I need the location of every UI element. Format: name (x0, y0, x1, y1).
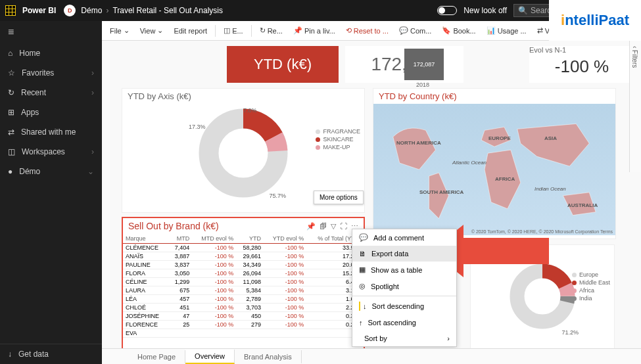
tab-brand-analysis[interactable]: Brand Analysis (235, 350, 302, 363)
legend-item[interactable]: Africa (572, 287, 610, 294)
nav-icon: ⌂ (8, 49, 12, 58)
legend-item[interactable]: Middle East (572, 279, 610, 286)
hamburger-icon[interactable]: ≡ (0, 21, 102, 43)
breadcrumb-workspace[interactable]: Démo (81, 6, 102, 15)
nav-icon: ● (8, 167, 12, 176)
nav-icon: ☆ (8, 68, 15, 78)
map-svg (373, 104, 615, 235)
chevron-icon: › (91, 68, 94, 78)
get-data-icon: ↓ (8, 350, 12, 359)
table-row[interactable]: CHLOÉ451-100 %3,703-100 %2.2 % (123, 304, 364, 312)
tab-home-page[interactable]: Home Page (128, 350, 185, 363)
table-row[interactable]: CÉLINE1,299-100 %11,098-100 %6.4 % (123, 278, 364, 286)
table-row[interactable]: FLORA3,050-100 %26,094-100 %15.2 % (123, 269, 364, 278)
nav-icon: ◫ (8, 147, 15, 156)
sidebar-item-workspaces[interactable]: ◫Workspaces› (0, 142, 102, 162)
app-launcher-icon[interactable] (5, 5, 16, 16)
pin-icon[interactable]: 📌 (306, 222, 316, 231)
sidebar-item-home[interactable]: ⌂Home (0, 43, 102, 63)
table-row[interactable]: ANAÏS3,887-100 %29,661-100 %17.2 % (123, 252, 364, 261)
pin-button[interactable]: 📌 Pin a liv... (289, 24, 339, 37)
sidebar-item-démo[interactable]: ●Démo⌄ (0, 162, 102, 181)
table-row[interactable]: EVA (123, 329, 364, 338)
tab-overview[interactable]: Overview (185, 350, 235, 364)
focus-icon[interactable]: ⛶ (340, 222, 347, 231)
donut-chart-icon (506, 260, 579, 332)
nav-icon: ↻ (8, 88, 14, 97)
context-menu: 💬Add a comment🗎Export data▦Show as a tab… (352, 229, 457, 347)
sidebar-item-apps[interactable]: ⊞Apps (0, 102, 102, 122)
donut-chart-icon (194, 104, 293, 202)
copy-icon[interactable]: 🗐 (320, 222, 327, 231)
report-canvas: YTD (k€) 172,087 172,087 2018 Evol vs N-… (102, 41, 641, 348)
ctx-icon: 🗎 (359, 250, 366, 258)
annotation-arrow (457, 238, 549, 264)
legend-item[interactable]: India (572, 295, 610, 302)
comment-button[interactable]: 💬 Com... (395, 24, 435, 37)
reset-button[interactable]: ⟲ Reset to ... (342, 24, 392, 37)
table-row[interactable]: JOSÉPHINE47-100 %450-100 %0.3 % (123, 312, 364, 321)
ctx-icon: ↑ (359, 319, 363, 327)
new-look-label: New look off (463, 6, 507, 15)
usage-button[interactable]: 📊 Usage ... (483, 24, 531, 37)
nav-icon: ⊞ (8, 108, 14, 117)
table-row[interactable]: PAULINE3,837-100 %34,349-100 %20.0 % (123, 261, 364, 269)
world-map[interactable]: NORTH AMERICA SOUTH AMERICA EUROPE AFRIC… (373, 104, 615, 235)
chevron-right-icon: › (447, 334, 450, 342)
year-label: 2018 (416, 81, 429, 88)
table-row[interactable]: LÉA457-100 %2,789-100 %1.6 % (123, 295, 364, 304)
edit-report-button[interactable]: Edit report (170, 25, 211, 37)
table-row[interactable]: CLÉMENCE7,404-100 %58,280-100 %33.9 % (123, 244, 364, 252)
ytd-by-country-map[interactable]: YTD by Country (k€) NORTH AMERICA SOUTH … (373, 88, 616, 239)
year-mini-card[interactable]: 172,087 (404, 49, 444, 80)
ctx-sort-by[interactable]: Sort by› (352, 330, 456, 346)
explore-button[interactable]: ◫ E... (220, 24, 247, 37)
sidebar-item-shared-with-me[interactable]: ⇄Shared with me (0, 122, 102, 142)
table-row[interactable]: LAURA675-100 %5,384-100 %3.1 % (123, 286, 364, 295)
legend-item[interactable]: MAKE-UP (316, 144, 360, 150)
evol-card: Evol vs N-1 -100 % (529, 46, 634, 83)
ytd-label-card: YTD (k€) (227, 46, 339, 83)
filters-pane-toggle[interactable]: ‹ Filters (629, 41, 641, 172)
new-look-toggle[interactable] (437, 6, 457, 15)
ctx-icon: ▦ (359, 265, 366, 274)
ctx-show-as-a-table[interactable]: ▦Show as a table (352, 262, 456, 278)
refresh-button[interactable]: ↻ Re... (256, 24, 287, 37)
view-menu[interactable]: View ⌄ (136, 24, 168, 37)
ctx-export-data[interactable]: 🗎Export data (352, 246, 456, 262)
legend-item[interactable]: SKINCARE (316, 136, 360, 143)
ctx-sort-descending[interactable]: ↓Sort descending (352, 298, 456, 315)
more-options-tooltip: More options (314, 191, 364, 204)
chevron-icon: › (91, 88, 94, 97)
legend-item[interactable]: FRAGRANCE (316, 128, 360, 135)
ctx-icon: ↓ (363, 302, 367, 310)
workspace-avatar: D (64, 5, 76, 16)
ctx-sort-ascending[interactable]: ↑Sort ascending (352, 315, 456, 330)
chevron-icon: ⌄ (87, 167, 94, 176)
breadcrumb-separator: › (106, 6, 108, 15)
sidebar-item-recent[interactable]: ↻Recent› (0, 83, 102, 102)
page-tabs: Home PageOverviewBrand Analysis (102, 348, 641, 364)
legend-item[interactable]: Europe (572, 271, 610, 278)
topbar: Power BI D Démo › Travel Retail - Sell O… (0, 0, 641, 21)
intellipaat-logo: intelliPaat (549, 0, 641, 41)
bookmark-button[interactable]: 🔖 Book... (438, 24, 479, 37)
breadcrumb-report[interactable]: Travel Retail - Sell Out Analysis (112, 6, 223, 15)
file-menu[interactable]: File ⌄ (106, 24, 133, 37)
sell-out-by-brand-table[interactable]: Sell Out by Brand (k€) 📌 🗐 ▽ ⛶ ⋯ MarqueM… (122, 217, 365, 348)
table-row[interactable]: FLORENCE25-100 %279-100 %0.2 % (123, 321, 364, 329)
nav-sidebar: ≡ ⌂Home☆Favorites›↻Recent›⊞Apps⇄Shared w… (0, 21, 102, 364)
get-data-button[interactable]: ↓ Get data (0, 344, 102, 364)
chevron-icon: › (91, 147, 94, 156)
ctx-icon: ◎ (359, 282, 366, 290)
ctx-spotlight[interactable]: ◎Spotlight (352, 278, 456, 294)
ctx-add-a-comment[interactable]: 💬Add a comment (352, 229, 456, 246)
ctx-icon: 💬 (359, 233, 368, 242)
app-name: Power BI (22, 6, 56, 15)
nav-icon: ⇄ (8, 127, 14, 137)
sidebar-item-favorites[interactable]: ☆Favorites› (0, 63, 102, 83)
filter-icon[interactable]: ▽ (331, 222, 336, 231)
